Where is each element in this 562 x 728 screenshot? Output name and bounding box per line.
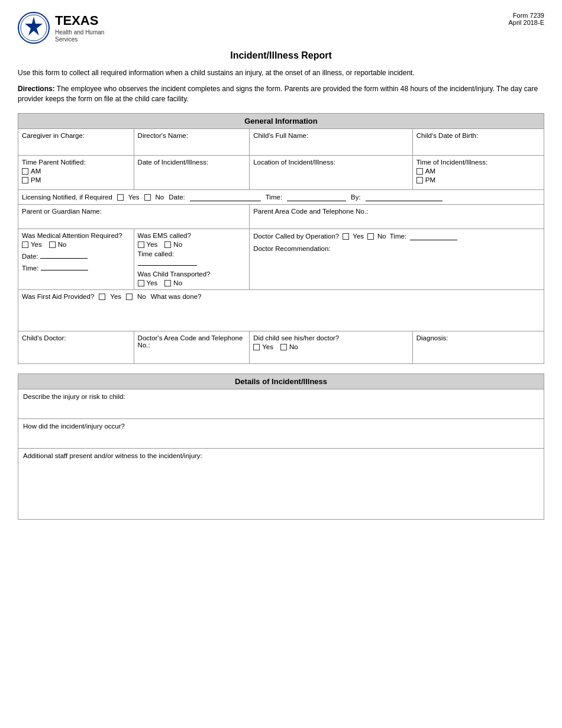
general-info-table: Caregiver in Charge: Director's Name: Ch… — [18, 128, 544, 364]
time-am-label: AM — [425, 167, 435, 175]
describe-cell: Describe the injury or risk to child: — [18, 389, 544, 419]
parent-area-code-cell: Parent Area Code and Telephone No.: — [250, 205, 544, 229]
form-number: Form 7239 — [508, 12, 544, 19]
am-row: AM — [22, 167, 130, 175]
what-done-label: What was done? — [151, 293, 202, 300]
agency-logo — [18, 12, 50, 44]
doctor-called-label: Doctor Called by Operation? — [253, 233, 339, 240]
doctor-no-checkbox[interactable] — [367, 233, 374, 240]
child-name-label: Child's Full Name: — [253, 132, 308, 139]
did-see-no-checkbox[interactable] — [280, 344, 287, 350]
am-checkbox[interactable] — [22, 168, 28, 175]
time-called-field[interactable] — [138, 257, 197, 266]
medical-attention-cell: Was Medical Attention Required? Yes No D… — [18, 229, 134, 290]
first-aid-yes-checkbox[interactable] — [99, 294, 105, 300]
caregiver-label: Caregiver in Charge: — [22, 132, 85, 139]
ems-label: Was EMS called? — [138, 232, 246, 239]
am-label: AM — [31, 167, 41, 175]
doctor-time-field[interactable] — [410, 232, 457, 240]
form-date: April 2018-E — [508, 19, 544, 26]
first-aid-label: Was First Aid Provided? — [22, 293, 94, 300]
time-am-checkbox[interactable] — [416, 168, 423, 175]
medical-time-field[interactable] — [41, 262, 88, 270]
logo-sub1-label: Health and Human — [55, 29, 104, 36]
licensing-by-field[interactable] — [366, 193, 443, 201]
details-table: Describe the injury or risk to child: Ho… — [18, 389, 544, 520]
medical-yes-checkbox[interactable] — [22, 241, 28, 248]
table-row: Was Medical Attention Required? Yes No D… — [18, 229, 544, 290]
date-incident-label: Date of Incident/Illness: — [138, 159, 246, 166]
medical-date-field[interactable] — [40, 250, 88, 259]
table-row: Additional staff present and/or witness … — [18, 449, 544, 520]
ems-no-label: No — [173, 241, 182, 248]
form-info: Form 7239 April 2018-E — [508, 12, 544, 26]
licensing-time-field[interactable] — [287, 193, 346, 201]
directions-text: Directions: The employee who observes th… — [18, 84, 544, 104]
did-see-yes-checkbox[interactable] — [253, 344, 260, 350]
medical-no-label: No — [58, 241, 67, 248]
time-parent-cell: Time Parent Notified: AM PM — [18, 156, 134, 190]
licensing-yes-checkbox[interactable] — [117, 194, 124, 201]
doctor-area-code-cell: Doctor's Area Code and Telephone No.: — [134, 331, 250, 364]
details-section-header: Details of Incident/Illness — [18, 373, 544, 389]
transported-yes-checkbox[interactable] — [138, 280, 144, 286]
diagnosis-label: Diagnosis: — [416, 334, 540, 342]
childs-doctor-label: Child's Doctor: — [22, 334, 130, 342]
licensing-no-checkbox[interactable] — [144, 194, 151, 201]
medical-yes-label: Yes — [31, 241, 42, 248]
parent-guardian-label: Parent or Guardian Name: — [22, 208, 246, 215]
additional-staff-label: Additional staff present and/or witness … — [23, 452, 539, 459]
licensing-date-field[interactable] — [190, 193, 261, 201]
table-row: Was First Aid Provided? Yes No What was … — [18, 290, 544, 331]
director-label: Director's Name: — [138, 132, 188, 139]
medical-no-checkbox[interactable] — [49, 241, 56, 248]
first-aid-yes-label: Yes — [110, 293, 121, 300]
doctor-called-cell: Doctor Called by Operation? Yes No Time:… — [250, 229, 544, 290]
child-dob-label: Child's Date of Birth: — [416, 132, 478, 139]
ems-yes-label: Yes — [147, 241, 158, 248]
parent-guardian-cell: Parent or Guardian Name: — [18, 205, 250, 229]
doctor-yes-checkbox[interactable] — [343, 233, 349, 240]
location-incident-label: Location of Incident/Illness: — [253, 159, 409, 166]
time-pm-checkbox[interactable] — [416, 177, 423, 183]
table-row: Parent or Guardian Name: Parent Area Cod… — [18, 205, 544, 229]
doctor-rec-label: Doctor Recommendation: — [253, 245, 330, 252]
ems-yes-checkbox[interactable] — [138, 241, 144, 248]
first-aid-no-label: No — [137, 293, 146, 300]
transported-no-checkbox[interactable] — [164, 280, 171, 286]
medical-attention-label: Was Medical Attention Required? — [22, 232, 130, 239]
pm-row: PM — [22, 176, 130, 183]
how-occur-label: How did the incident/injury occur? — [23, 423, 539, 430]
logo-area: TEXAS Health and Human Services — [18, 12, 104, 44]
time-label-licensing: Time: — [266, 194, 282, 201]
transported-yes-label: Yes — [147, 279, 158, 286]
directions-label: Directions: — [18, 85, 55, 93]
doctor-area-code-label: Doctor's Area Code and Telephone No.: — [138, 334, 246, 349]
medical-time-label: Time: — [22, 265, 38, 272]
ems-no-checkbox[interactable] — [164, 241, 171, 248]
time-incident-cell: Time of Incident/Illness: AM PM — [412, 156, 544, 190]
childs-doctor-cell: Child's Doctor: — [18, 331, 134, 364]
by-label: By: — [351, 194, 361, 201]
ems-cell: Was EMS called? Yes No Time called: Was … — [134, 229, 250, 290]
date-label: Date: — [169, 194, 185, 201]
diagnosis-cell: Diagnosis: — [412, 331, 544, 364]
first-aid-no-checkbox[interactable] — [126, 294, 133, 300]
time-parent-label: Time Parent Notified: — [22, 159, 130, 166]
additional-staff-cell: Additional staff present and/or witness … — [18, 449, 544, 520]
did-see-yes-label: Yes — [262, 343, 273, 350]
pm-label: PM — [31, 176, 41, 183]
licensing-label: Licensing Notified, if Required — [22, 194, 112, 201]
logo-texas-label: TEXAS — [55, 13, 104, 28]
time-incident-label: Time of Incident/Illness: — [416, 159, 540, 166]
transported-no-label: No — [173, 279, 182, 286]
date-incident-cell: Date of Incident/Illness: — [134, 156, 250, 190]
pm-checkbox[interactable] — [22, 177, 28, 183]
describe-label: Describe the injury or risk to child: — [23, 393, 539, 400]
how-occur-cell: How did the incident/injury occur? — [18, 419, 544, 449]
child-name-cell: Child's Full Name: — [250, 129, 413, 156]
page-header: TEXAS Health and Human Services Form 723… — [18, 12, 544, 44]
child-dob-cell: Child's Date of Birth: — [412, 129, 544, 156]
location-incident-cell: Location of Incident/Illness: — [250, 156, 413, 190]
svg-marker-2 — [25, 17, 43, 36]
